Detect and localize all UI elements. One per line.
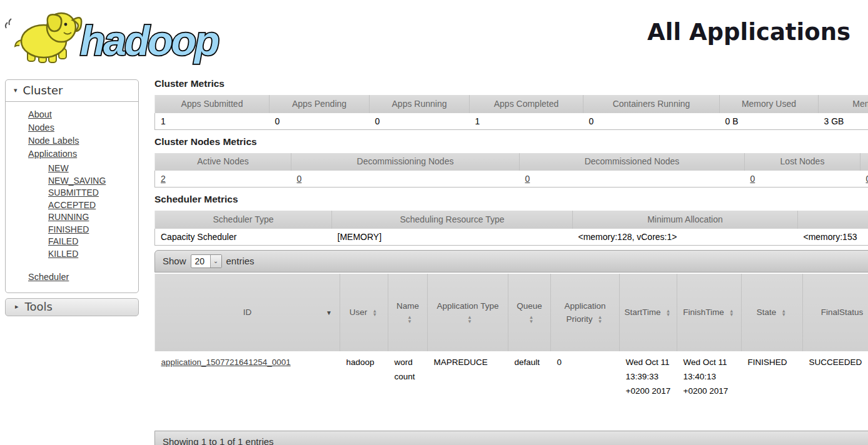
decommissioned-nodes-link[interactable]: 0 (525, 174, 530, 184)
sort-icon: ▴▾ (597, 315, 604, 323)
metric-value: 1 (470, 112, 583, 129)
sort-icon: ▴▾ (528, 315, 535, 323)
column-header: Decommissioning Nodes (291, 153, 520, 171)
sidebar-item-nodes[interactable]: Nodes (28, 121, 134, 134)
cluster-metrics-heading: Cluster Metrics (154, 78, 868, 89)
column-header-application-priority[interactable]: Application Priority▴▾ (551, 274, 620, 351)
metric-value: 0 B (720, 112, 819, 129)
application-type-cell: MAPREDUCE (428, 351, 508, 429)
sort-descending-icon: ▼ (326, 306, 332, 319)
metric-value: 1 (155, 112, 270, 129)
applications-table: ID ▼ User▴▾ Name▴▾ Application Type▴▾ Qu… (154, 274, 868, 429)
column-header: Decommissioned Nodes (520, 153, 745, 171)
name-cell: word count (388, 351, 428, 429)
finalstatus-cell: SUCCEEDED (803, 351, 868, 429)
sort-icon: ▴▾ (466, 315, 473, 323)
column-header: Scheduling Resource Type (332, 211, 573, 228)
column-header: Apps Completed (470, 95, 583, 112)
tools-section-title: Tools (25, 300, 53, 313)
metric-value: Capacity Scheduler (155, 228, 332, 245)
metric-value: <memory:153 (798, 228, 868, 245)
metric-value: [MEMORY] (332, 228, 573, 245)
column-header-finalstatus[interactable]: FinalStatus▴▾ (803, 274, 868, 351)
show-label: Show (163, 256, 186, 266)
metric-value: 3 GB (819, 112, 868, 129)
applications-datatable: Show 20 ⌄ entries ID ▼ User▴▾ Name▴▾ App… (154, 250, 868, 445)
user-cell: hadoop (340, 351, 388, 429)
sidebar-item-killed[interactable]: KILLED (48, 248, 134, 261)
metric-value: <memory:128, vCores:1> (573, 228, 798, 245)
metric-value: 0 (370, 112, 470, 129)
application-priority-cell: 0 (551, 351, 620, 429)
sidebar-item-running[interactable]: RUNNING (48, 211, 134, 224)
cluster-nodes-metrics-table: Active Nodes Decommissioning Nodes Decom… (154, 153, 868, 188)
table-info-bar: Showing 1 to 1 of 1 entries (154, 431, 868, 445)
column-header-name[interactable]: Name▴▾ (388, 274, 428, 351)
hadoop-logo-text: hadoop (80, 18, 219, 64)
column-header: Memory (819, 95, 868, 112)
column-header (798, 211, 868, 228)
column-header: Active Nodes (155, 153, 291, 171)
chevron-right-icon: ▸ (15, 302, 19, 311)
sort-icon: ▴▾ (665, 309, 672, 317)
cluster-nodes-metrics-heading: Cluster Nodes Metrics (154, 136, 868, 148)
entries-select-value: 20 (191, 255, 210, 268)
cluster-nav-box: ▾ Cluster About Nodes Node Labels Applic… (5, 79, 139, 293)
sidebar-item-failed[interactable]: FAILED (48, 236, 134, 248)
sidebar-item-applications[interactable]: Applications (28, 148, 134, 161)
sidebar-item-new-saving[interactable]: NEW_SAVING (48, 175, 134, 188)
hadoop-logo: hadoop (4, 4, 241, 66)
finishtime-cell: Wed Oct 11 13:40:13 +0200 2017 (677, 351, 742, 429)
sidebar-item-new[interactable]: NEW (48, 162, 134, 175)
scheduler-metrics-heading: Scheduler Metrics (154, 194, 868, 205)
column-header-queue[interactable]: Queue▴▾ (508, 274, 551, 351)
table-length-bar: Show 20 ⌄ entries (154, 250, 868, 272)
table-info-text: Showing 1 to 1 of 1 entries (163, 436, 274, 445)
column-header: Memory Used (720, 95, 819, 112)
decommissioning-nodes-link[interactable]: 0 (297, 174, 302, 184)
scheduler-metrics-table: Scheduler Type Scheduling Resource Type … (154, 211, 868, 246)
hadoop-elephant-icon (6, 13, 81, 62)
sidebar-item-node-labels[interactable]: Node Labels (28, 134, 134, 148)
application-id-link[interactable]: application_1507721641254_0001 (161, 358, 291, 367)
metric-value: 0 (583, 112, 720, 129)
sidebar-item-submitted[interactable]: SUBMITTED (48, 187, 134, 199)
column-header-application-type[interactable]: Application Type▴▾ (428, 274, 508, 351)
page-title: All Applications (647, 19, 850, 46)
sidebar-item-scheduler[interactable]: Scheduler (28, 271, 134, 284)
column-header: Apps Pending (270, 95, 370, 112)
lost-nodes-link[interactable]: 0 (750, 174, 755, 184)
column-header: Apps Submitted (155, 95, 270, 112)
sort-icon: ▴▾ (780, 309, 787, 317)
entries-select[interactable]: 20 ⌄ (191, 254, 222, 268)
column-header-user[interactable]: User▴▾ (340, 274, 388, 351)
main-content: Cluster Metrics Apps Submitted Apps Pend… (154, 78, 868, 445)
application-id-cell: application_1507721641254_0001 (155, 351, 340, 429)
sidebar-item-accepted[interactable]: ACCEPTED (48, 199, 134, 212)
column-header-state[interactable]: State▴▾ (742, 274, 803, 351)
application-states-list: NEW NEW_SAVING SUBMITTED ACCEPTED RUNNIN… (28, 161, 134, 262)
chevron-down-icon: ⌄ (210, 255, 221, 268)
column-header-finishtime[interactable]: FinishTime▴▾ (677, 274, 742, 351)
column-header-starttime[interactable]: StartTime▴▾ (620, 274, 677, 351)
queue-cell: default (508, 351, 551, 429)
column-header (860, 153, 868, 171)
column-header-id[interactable]: ID ▼ (155, 274, 340, 351)
unhealthy-nodes-link[interactable]: 0 (866, 174, 868, 184)
metric-value: 0 (270, 112, 370, 129)
starttime-cell: Wed Oct 11 13:39:33 +0200 2017 (620, 351, 677, 429)
sidebar: ▾ Cluster About Nodes Node Labels Applic… (5, 79, 139, 316)
sidebar-item-finished[interactable]: FINISHED (48, 224, 134, 236)
cluster-section-toggle[interactable]: ▾ Cluster (6, 80, 138, 102)
active-nodes-link[interactable]: 2 (161, 174, 166, 184)
chevron-down-icon: ▾ (14, 86, 18, 94)
column-header: Lost Nodes (745, 153, 860, 171)
cluster-section-title: Cluster (23, 84, 63, 97)
cluster-metrics-table: Apps Submitted Apps Pending Apps Running… (154, 95, 868, 130)
sort-icon: ▴▾ (728, 309, 735, 317)
column-header: Apps Running (370, 95, 470, 112)
column-header: Scheduler Type (155, 211, 332, 228)
sidebar-item-about[interactable]: About (28, 108, 134, 121)
tools-section-toggle[interactable]: ▸ Tools (5, 298, 139, 316)
table-row: application_1507721641254_0001 hadoop wo… (155, 351, 868, 429)
